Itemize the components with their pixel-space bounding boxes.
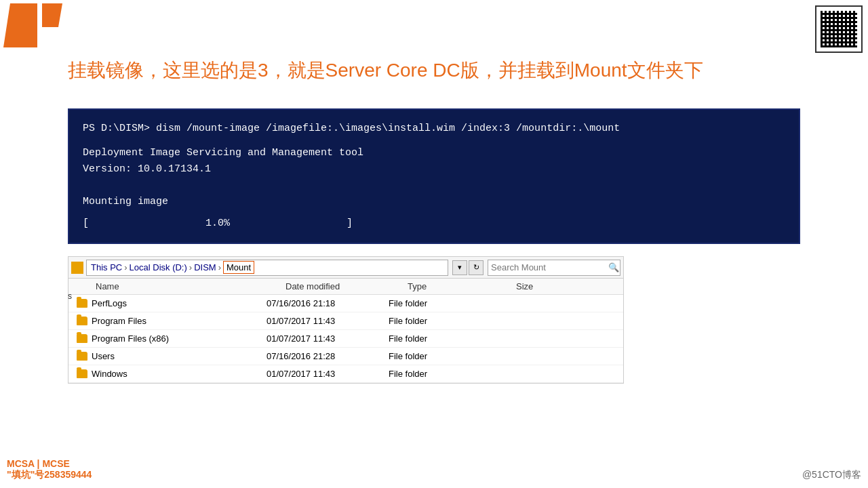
terminal-progress: [ 1.0% ] [83, 216, 785, 232]
breadcrumb-nav[interactable]: This PC › Local Disk (D:) › DISM › Mount [86, 260, 448, 276]
file-type: File folder [389, 316, 497, 326]
page-title: 挂载镜像，这里选的是3，就是Server Core DC版，并挂载到Mount文… [68, 58, 800, 83]
folder-icon [77, 317, 87, 325]
file-type: File folder [389, 298, 497, 308]
file-date: 01/07/2017 11:43 [267, 369, 389, 379]
breadcrumb-this-pc[interactable]: This PC [91, 262, 122, 272]
dropdown-btn[interactable]: ▾ [452, 260, 467, 275]
folder-icon [77, 352, 87, 361]
col-date: Date modified [285, 281, 408, 291]
progress-value: 1.0% [89, 216, 347, 232]
breadcrumb-dism[interactable]: DISM [194, 262, 216, 272]
footer-author: "填坑"号258359444 [7, 469, 92, 481]
file-type: File folder [389, 351, 497, 361]
qr-code [815, 5, 863, 53]
folder-icon [77, 299, 87, 308]
file-type: File folder [389, 369, 497, 379]
refresh-btn[interactable]: ↻ [469, 260, 484, 275]
file-date: 01/07/2017 11:43 [267, 333, 389, 344]
col-size: Size [516, 281, 584, 291]
explorer-folder-icon [71, 262, 83, 274]
col-type: Type [408, 281, 516, 291]
search-button[interactable]: 🔍 [608, 260, 620, 275]
logo-shape-2 [42, 3, 62, 27]
file-name-cell: Program Files (x86) [77, 333, 267, 344]
file-rows: PerfLogs 07/16/2016 21:18 File folder Pr… [68, 295, 623, 383]
folder-icon [77, 369, 87, 378]
table-row[interactable]: PerfLogs 07/16/2016 21:18 File folder [68, 295, 623, 312]
footer-cert: MCSA | MCSE [7, 458, 92, 469]
progress-close: ] [347, 216, 353, 232]
terminal-line1: Deployment Image Servicing and Managemen… [83, 145, 785, 161]
file-name-cell: Windows [77, 369, 267, 379]
qr-inner [821, 11, 857, 47]
table-row[interactable]: Program Files (x86) 01/07/2017 11:43 Fil… [68, 330, 623, 348]
file-date: 07/16/2016 21:18 [267, 298, 389, 308]
progress-open: [ [83, 216, 89, 232]
terminal-window: PS D:\DISM> dism /mount-image /imagefile… [68, 108, 800, 244]
file-name: Users [92, 351, 115, 361]
breadcrumb-sep-3: › [218, 262, 221, 272]
file-name: Windows [92, 369, 127, 379]
file-list-header: Name Date modified Type Size [68, 279, 623, 295]
left-panel-indicator: s [68, 291, 72, 301]
logo-shape-1 [3, 3, 37, 47]
table-row[interactable]: Windows 01/07/2017 11:43 File folder [68, 365, 623, 383]
footer-watermark: @51CTO博客 [802, 469, 861, 481]
address-bar: This PC › Local Disk (D:) › DISM › Mount… [68, 257, 623, 279]
file-name-cell: Users [77, 351, 267, 361]
file-name: PerfLogs [92, 298, 127, 308]
file-name: Program Files [92, 316, 146, 326]
search-box[interactable]: 🔍 [488, 260, 620, 276]
file-type: File folder [389, 333, 497, 344]
breadcrumb-sep-1: › [124, 262, 127, 272]
logo [0, 0, 75, 54]
table-row[interactable]: Users 07/16/2016 21:28 File folder [68, 348, 623, 365]
footer: MCSA | MCSE "填坑"号258359444 [7, 458, 92, 481]
terminal-command: PS D:\DISM> dism /mount-image /imagefile… [83, 121, 785, 137]
terminal-cmd-text: dism /mount-image /imagefile:.\images\in… [150, 123, 620, 134]
breadcrumb-sep-2: › [189, 262, 192, 272]
breadcrumb-mount[interactable]: Mount [223, 261, 254, 274]
table-row[interactable]: Program Files 01/07/2017 11:43 File fold… [68, 312, 623, 330]
file-date: 07/16/2016 21:28 [267, 351, 389, 361]
file-name-cell: PerfLogs [77, 298, 267, 308]
terminal-output: Deployment Image Servicing and Managemen… [83, 145, 785, 232]
folder-icon [77, 334, 87, 343]
file-explorer: This PC › Local Disk (D:) › DISM › Mount… [68, 256, 624, 384]
search-input[interactable] [488, 262, 608, 272]
file-name: Program Files (x86) [92, 333, 169, 344]
terminal-line3: Mounting image [83, 194, 785, 210]
file-date: 01/07/2017 11:43 [267, 316, 389, 326]
terminal-line2: Version: 10.0.17134.1 [83, 161, 785, 178]
breadcrumb-local-disk[interactable]: Local Disk (D:) [130, 262, 187, 272]
col-name: Name [96, 281, 285, 291]
terminal-prompt: PS D:\DISM> [83, 123, 150, 134]
address-controls: ▾ ↻ [451, 260, 484, 275]
file-name-cell: Program Files [77, 316, 267, 326]
